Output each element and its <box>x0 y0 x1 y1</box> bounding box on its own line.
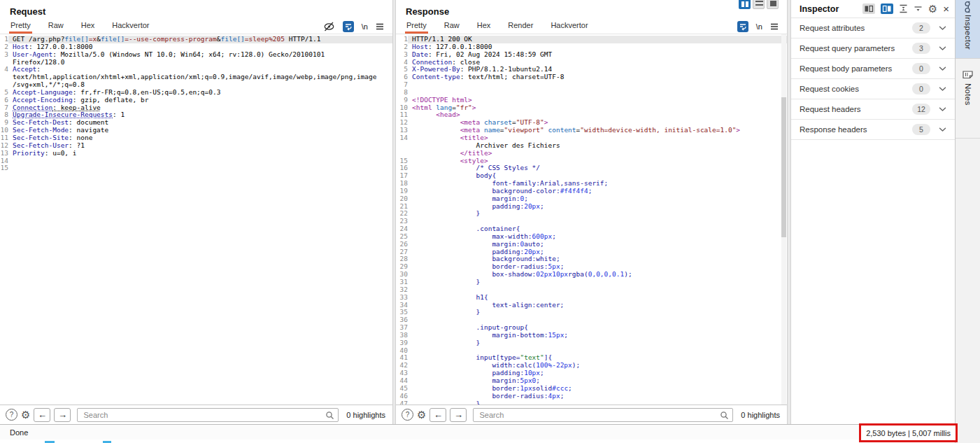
line-number: 40 <box>397 347 408 355</box>
code-line-text[interactable]: } <box>408 309 787 316</box>
read-only-eye-icon[interactable] <box>323 22 335 31</box>
tab-hex[interactable]: Hex <box>476 19 492 34</box>
count-badge: 3 <box>912 43 930 54</box>
request-panel-title: Request <box>0 0 392 19</box>
code-line-text[interactable]: Priority: u=0, i <box>8 150 392 157</box>
editor-menu-icon[interactable] <box>770 23 779 30</box>
tab-render[interactable]: Render <box>506 19 534 34</box>
line-number: 3 <box>397 51 408 59</box>
response-editor[interactable]: 1HTTP/1.1 200 OK2Host: 127.0.0.1:80003Da… <box>396 34 787 405</box>
search-next-button[interactable]: → <box>54 408 71 422</box>
code-line-text[interactable]: Content-type: text/html; charset=UTF-8 <box>408 73 787 81</box>
prettify-icon[interactable] <box>343 21 354 32</box>
line-number: 5 <box>397 66 408 73</box>
line-number: 21 <box>397 203 408 211</box>
inspector-section-label: Request headers <box>800 105 861 113</box>
dock-right-button[interactable] <box>881 3 893 14</box>
inspector-section-request-cookies[interactable]: Request cookies0 <box>791 79 955 99</box>
chevron-down-icon[interactable] <box>939 127 946 132</box>
response-panel-title: Response <box>396 0 787 19</box>
editor-menu-icon[interactable] <box>376 23 384 30</box>
count-badge: 5 <box>912 124 930 135</box>
inspector-section-request-headers[interactable]: Request headers12 <box>791 99 955 120</box>
line-number: 19 <box>397 188 408 195</box>
layout-single-button[interactable] <box>767 0 779 9</box>
line-number: 24 <box>397 225 408 233</box>
gear-icon[interactable]: ⚙ <box>417 409 426 420</box>
inspector-close-icon[interactable]: × <box>943 3 949 14</box>
count-badge: 0 <box>912 83 930 94</box>
line-number: 47 <box>397 400 408 405</box>
dock-left-button[interactable] <box>862 3 875 14</box>
code-line: 13Priority: u=0, i <box>0 150 392 157</box>
prettify-icon[interactable] <box>737 21 748 32</box>
response-search-input[interactable] <box>473 408 733 422</box>
line-number: 35 <box>397 309 408 316</box>
inspector-section-response-headers[interactable]: Response headers5 <box>791 120 955 140</box>
response-scrollbar[interactable] <box>781 34 786 405</box>
code-line-text[interactable] <box>8 157 392 165</box>
request-panel: Request PrettyRawHexHackvertor \n 1GET /… <box>0 0 393 424</box>
search-field-wrap <box>77 408 339 422</box>
collapse-all-icon[interactable] <box>899 4 908 13</box>
chevron-down-icon[interactable] <box>939 87 946 92</box>
inspector-settings-icon[interactable]: ⚙ <box>928 3 937 14</box>
request-editor[interactable]: 1GET /arg.php?file[]=x&file[]=--use-comp… <box>0 34 392 405</box>
gear-icon[interactable]: ⚙ <box>21 409 30 420</box>
newline-toggle-icon[interactable]: \n <box>362 22 368 31</box>
chevron-down-icon[interactable] <box>939 107 946 112</box>
code-line-text[interactable]: } <box>408 210 787 218</box>
tab-hackvertor[interactable]: Hackvertor <box>111 19 150 34</box>
side-tab-notes[interactable]: Notes <box>956 59 980 139</box>
count-badge: 12 <box>912 104 930 115</box>
tab-pretty[interactable]: Pretty <box>405 19 428 34</box>
response-highlights-count: 0 highlights <box>741 411 780 419</box>
code-line: 31 } <box>396 279 787 286</box>
request-search-input[interactable] <box>77 408 339 422</box>
line-number: 36 <box>397 316 408 324</box>
tab-hex[interactable]: Hex <box>80 19 97 34</box>
layout-rows-button[interactable] <box>753 0 765 9</box>
line-number: 34 <box>397 302 408 309</box>
line-number: 2 <box>397 43 408 51</box>
inspector-section-request-query-parameters[interactable]: Request query parameters3 <box>791 38 955 59</box>
tab-raw[interactable]: Raw <box>47 19 65 34</box>
side-tab-inspector-label: Inspector <box>964 15 972 50</box>
code-line-text[interactable]: } <box>408 279 787 286</box>
inspector-section-label: Request query parameters <box>800 44 895 52</box>
size-timing-annotation: 2,530 bytes | 5,007 millis <box>859 423 958 442</box>
line-number <box>397 150 408 157</box>
code-line-text[interactable]: <html lang="fr"> <box>408 104 787 112</box>
code-line: Firefox/128.0 <box>0 59 392 66</box>
search-prev-button[interactable]: ← <box>34 408 50 422</box>
layout-columns-button[interactable] <box>739 0 751 9</box>
side-tab-inspector[interactable]: Inspector <box>956 0 980 59</box>
code-line-text[interactable]: } <box>408 400 787 405</box>
spectacles-icon <box>964 1 972 13</box>
code-line-text[interactable]: User-Agent: Mozilla/5.0 (Windows NT 10.0… <box>8 51 392 59</box>
line-number <box>397 142 408 150</box>
tab-pretty[interactable]: Pretty <box>9 19 32 34</box>
chevron-down-icon[interactable] <box>939 26 946 31</box>
inspector-section-request-body-parameters[interactable]: Request body parameters0 <box>791 59 955 79</box>
code-line-text[interactable]: Firefox/128.0 <box>8 59 392 66</box>
help-icon[interactable]: ? <box>402 409 413 421</box>
expand-all-icon[interactable] <box>914 4 923 13</box>
code-line-text[interactable] <box>408 81 787 89</box>
newline-toggle-icon[interactable]: \n <box>756 22 762 31</box>
line-number: 20 <box>397 195 408 203</box>
chevron-down-icon[interactable] <box>939 46 946 51</box>
side-tab-strip: Inspector Notes <box>955 0 980 443</box>
code-line-text[interactable]: } <box>408 339 787 347</box>
inspector-section-request-attributes[interactable]: Request attributes2 <box>791 18 955 38</box>
magnifier-icon <box>720 410 729 423</box>
tab-raw[interactable]: Raw <box>443 19 461 34</box>
help-icon[interactable]: ? <box>6 409 17 421</box>
chevron-down-icon[interactable] <box>939 66 946 71</box>
code-line-text[interactable] <box>8 164 392 172</box>
search-next-button[interactable]: → <box>450 408 467 422</box>
line-number: 17 <box>397 172 408 180</box>
search-prev-button[interactable]: ← <box>429 408 446 422</box>
scrollbar-thumb[interactable] <box>781 97 786 237</box>
tab-hackvertor[interactable]: Hackvertor <box>549 19 589 34</box>
